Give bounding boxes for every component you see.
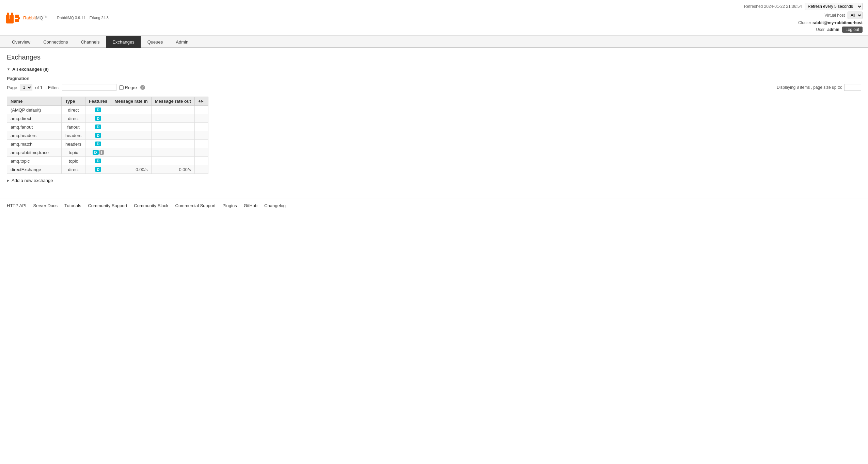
feature-badge-d: D: [95, 167, 101, 172]
table-row[interactable]: amq.rabbitmq.trace: [7, 148, 62, 157]
page-select[interactable]: 1: [20, 84, 32, 91]
footer-link-github[interactable]: GitHub: [244, 203, 257, 208]
exchange-actions: [194, 157, 208, 165]
svg-rect-4: [11, 13, 13, 16]
display-info: Displaying 8 items , page size up to:: [777, 85, 842, 90]
svg-rect-7: [18, 17, 20, 19]
logout-button[interactable]: Log out: [842, 27, 863, 33]
exchange-actions: [194, 165, 208, 174]
logo-area: RabbitMQTM RabbitMQ 3.9.11 Erlang 24.3: [5, 11, 109, 24]
table-row[interactable]: amq.fanout: [7, 123, 62, 131]
exchange-features: D: [85, 140, 111, 148]
message-rate-in: [111, 131, 152, 140]
table-row[interactable]: amq.match: [7, 140, 62, 148]
col-header-rate-in: Message rate in: [111, 97, 152, 106]
table-row[interactable]: directExchange: [7, 165, 62, 174]
logo-rabbit: Rabbit: [23, 15, 36, 20]
col-header-rate-out: Message rate out: [151, 97, 194, 106]
exchange-features: D: [85, 114, 111, 123]
regex-label: Regex: [119, 85, 138, 90]
feature-badge-d: D: [95, 142, 101, 146]
nav-item-admin[interactable]: Admin: [169, 36, 195, 48]
exchange-features: D: [85, 165, 111, 174]
footer-link-community-slack[interactable]: Community Slack: [134, 203, 168, 208]
main-content: Exchanges ▼ All exchanges (8) Pagination…: [0, 48, 868, 188]
section-title: All exchanges (8): [12, 67, 49, 72]
message-rate-in: 0.00/s: [111, 165, 152, 174]
col-header-name: Name: [7, 97, 62, 106]
table-row[interactable]: amq.direct: [7, 114, 62, 123]
filter-input[interactable]: [62, 84, 116, 91]
regex-checkbox[interactable]: [119, 85, 124, 90]
erlang-version: Erlang 24.3: [90, 16, 109, 20]
message-rate-in: [111, 106, 152, 114]
user-row: User admin Log out: [816, 27, 863, 33]
exchanges-table: Name Type Features Message rate in Messa…: [7, 97, 208, 174]
exchange-features: DI: [85, 148, 111, 157]
refresh-select[interactable]: No refresh Refresh every 5 seconds Refre…: [805, 3, 863, 10]
exchange-actions: [194, 106, 208, 114]
feature-badge-i: I: [99, 150, 104, 155]
col-header-features: Features: [85, 97, 111, 106]
feature-badge-d: D: [95, 159, 101, 163]
footer-link-commercial-support[interactable]: Commercial Support: [175, 203, 216, 208]
footer-link-server-docs[interactable]: Server Docs: [33, 203, 58, 208]
rabbitmq-version: RabbitMQ 3.9.11: [57, 16, 85, 20]
footer-link-changelog[interactable]: Changelog: [264, 203, 286, 208]
nav-item-connections[interactable]: Connections: [37, 36, 74, 48]
exchange-features: D: [85, 131, 111, 140]
vhost-label: Virtual host: [824, 13, 845, 18]
section-header[interactable]: ▼ All exchanges (8): [7, 65, 861, 73]
table-row[interactable]: (AMQP default): [7, 106, 62, 114]
footer-link-plugins[interactable]: Plugins: [222, 203, 237, 208]
exchange-name-link[interactable]: amq.direct: [11, 116, 31, 121]
exchange-type: headers: [62, 140, 85, 148]
nav-item-exchanges[interactable]: Exchanges: [106, 36, 141, 48]
add-exchange-section[interactable]: ▶ Add a new exchange: [7, 178, 861, 183]
col-header-type: Type: [62, 97, 85, 106]
exchange-name-link[interactable]: amq.rabbitmq.trace: [11, 150, 49, 155]
message-rate-out: [151, 106, 194, 114]
table-row[interactable]: amq.topic: [7, 157, 62, 165]
message-rate-out: [151, 114, 194, 123]
pagination-controls: Page 1 of 1 - Filter: Regex ?: [7, 84, 145, 91]
table-row[interactable]: amq.headers: [7, 131, 62, 140]
exchange-name-link[interactable]: directExchange: [11, 167, 41, 172]
message-rate-in: [111, 157, 152, 165]
feature-badge-d: D: [95, 125, 101, 129]
exchange-name-link[interactable]: amq.headers: [11, 133, 36, 138]
exchange-features: D: [85, 123, 111, 131]
help-icon[interactable]: ?: [140, 85, 145, 90]
footer-link-community-support[interactable]: Community Support: [88, 203, 127, 208]
exchange-type: headers: [62, 131, 85, 140]
refresh-timestamp: Refreshed 2024-01-22 21:36:54: [744, 4, 802, 9]
add-arrow-icon: ▶: [7, 179, 10, 182]
footer-link-http-api[interactable]: HTTP API: [7, 203, 27, 208]
page-size-input[interactable]: 100: [844, 84, 861, 91]
exchange-actions: [194, 131, 208, 140]
footer: HTTP APIServer DocsTutorialsCommunity Su…: [0, 199, 868, 212]
logo-text: RabbitMQTM: [23, 15, 48, 20]
exchange-actions: [194, 140, 208, 148]
col-header-plus-minus: +/-: [194, 97, 208, 106]
nav-item-channels[interactable]: Channels: [74, 36, 106, 48]
page-title: Exchanges: [7, 53, 861, 61]
exchange-features: D: [85, 157, 111, 165]
logo-mq: MQ: [36, 15, 43, 20]
message-rate-in: [111, 123, 152, 131]
message-rate-out: [151, 157, 194, 165]
exchange-name-link[interactable]: amq.topic: [11, 159, 30, 164]
user-label: User: [816, 27, 824, 32]
page-label: Page: [7, 85, 17, 90]
exchange-name-link[interactable]: amq.match: [11, 142, 32, 147]
exchange-name-link[interactable]: (AMQP default): [11, 107, 41, 113]
vhost-select[interactable]: All /: [848, 12, 863, 19]
pagination-area: Pagination Page 1 of 1 - Filter: Regex ?…: [7, 76, 861, 91]
filter-label: - Filter:: [45, 85, 59, 90]
nav-item-queues[interactable]: Queues: [141, 36, 170, 48]
exchange-name-link[interactable]: amq.fanout: [11, 125, 33, 130]
footer-link-tutorials[interactable]: Tutorials: [64, 203, 81, 208]
top-right-controls: Refreshed 2024-01-22 21:36:54 No refresh…: [744, 3, 863, 33]
nav-item-overview[interactable]: Overview: [5, 36, 37, 48]
logo-icon: [5, 11, 20, 24]
